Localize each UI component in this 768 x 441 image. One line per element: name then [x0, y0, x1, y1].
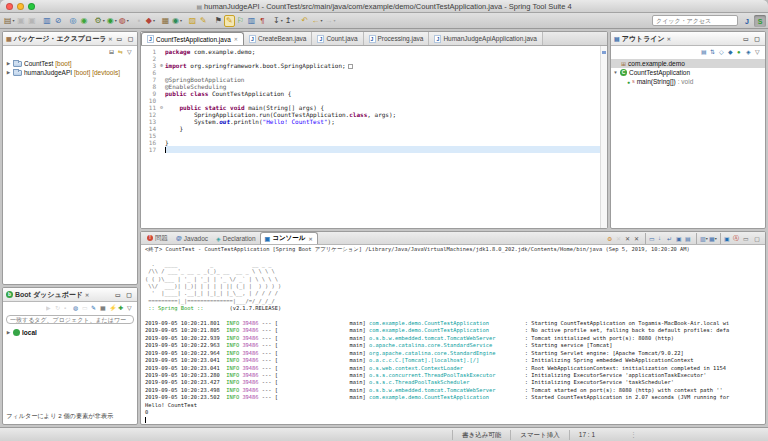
coverage-icon[interactable]: ◍▾: [118, 15, 130, 27]
fold-expand-icon[interactable]: ⊕: [158, 62, 165, 69]
open-config-icon[interactable]: ✎: [91, 304, 99, 311]
code-line-16[interactable]: 16}: [141, 139, 600, 146]
code-line-7[interactable]: 7@SpringBootApplication: [141, 76, 600, 83]
outline-item-main(String[])[interactable]: ●Smain(String[]) : void: [611, 77, 765, 86]
code-line-14[interactable]: 14 }: [141, 125, 600, 132]
skip-all-breakpoints-icon[interactable]: ⊘: [53, 15, 64, 27]
console-tab-Declaration[interactable]: ◈Declaration: [212, 232, 260, 244]
previous-annotation-icon[interactable]: ↥▾: [284, 15, 296, 27]
launch-config-icon[interactable]: ⚙: [607, 235, 615, 242]
quick-fix-icon[interactable]: ✎: [198, 15, 209, 27]
editor-tab-CreateBean.java[interactable]: JCreateBean.java: [244, 32, 312, 45]
link-with-editor-icon[interactable]: ⇆: [118, 48, 126, 55]
outline-item-com.example.demo[interactable]: ⊞com.example.demo: [611, 59, 765, 68]
boot-target-local[interactable]: ▶local: [3, 328, 137, 337]
console-tab-コンソール[interactable]: ▣コンソール✕: [260, 232, 318, 244]
profile-icon[interactable]: ◆▾: [145, 15, 156, 27]
editor-tab-Processing.java[interactable]: JProcessing.java: [364, 32, 430, 45]
boot-dashboard-header[interactable]: b Boot ダッシュボード ✕ ▭ ▢: [3, 288, 137, 302]
code-editor[interactable]: 1package com.example.demo;23⊕import org.…: [141, 46, 607, 228]
console-output[interactable]: <終了> CountTest - CountTestApplication [S…: [141, 245, 765, 424]
editor-tab-CountTestApplication.java[interactable]: JCountTestApplication.java✕: [141, 32, 244, 45]
annotation-marker[interactable]: [602, 51, 606, 54]
show-when-stdout-changes-icon[interactable]: ▣: [724, 235, 732, 242]
code-line-11[interactable]: 11⊖ public static void main(String[] arg…: [141, 104, 600, 111]
new-class-icon[interactable]: ◉▾: [171, 15, 183, 27]
next-annotation-icon[interactable]: ↧▾: [272, 15, 284, 27]
code-line-2[interactable]: 2: [141, 55, 600, 62]
perspective-java-icon[interactable]: J: [741, 15, 753, 27]
code-line-3[interactable]: 3⊕import org.springframework.boot.Spring…: [141, 62, 600, 69]
maximize-window-icon[interactable]: [28, 3, 35, 10]
editor-tab-Count.java[interactable]: JCount.java: [312, 32, 363, 45]
view-menu-icon[interactable]: ▽: [127, 48, 135, 55]
perspective-spring-icon[interactable]: S: [754, 15, 766, 27]
close-window-icon[interactable]: [6, 3, 13, 10]
open-task-icon[interactable]: ⚐: [235, 15, 246, 27]
new-java-project-icon[interactable]: ▦: [160, 15, 171, 27]
scroll-lock-icon[interactable]: ↓: [658, 235, 666, 241]
folded-region-icon[interactable]: [348, 64, 353, 69]
overview-ruler[interactable]: [600, 46, 607, 228]
filter-icon[interactable]: ⚡: [109, 304, 117, 311]
editor-tab-HumanJudgeApiApplication.java[interactable]: JHumanJudgeApiApplication.java: [429, 32, 543, 45]
remove-launch-icon[interactable]: ✕: [625, 235, 633, 242]
console-tab-問題[interactable]: !問題: [143, 232, 172, 244]
project-item-humanJudgeAPI[interactable]: ▶humanJudgeAPI [boot] [devtools]: [3, 68, 137, 77]
open-console-icon[interactable]: ▦▾: [709, 235, 717, 242]
close-tab-icon[interactable]: ✕: [234, 36, 238, 42]
collapse-all-icon[interactable]: ⊟: [109, 48, 117, 55]
code-line-15[interactable]: 15: [141, 132, 600, 139]
code-line-17[interactable]: 17: [141, 146, 600, 153]
open-resource-icon[interactable]: ▨: [187, 15, 198, 27]
show-whitespace-icon[interactable]: ¶: [257, 15, 268, 27]
code-line-13[interactable]: 13 System.out.println("Hello! CountTest"…: [141, 118, 600, 125]
open-console-icon[interactable]: ▥: [42, 15, 53, 27]
code-line-6[interactable]: 6: [141, 69, 600, 76]
build-automatically-icon[interactable]: ▥: [246, 15, 257, 27]
close-view-icon[interactable]: ✕: [85, 292, 89, 298]
spring-tools-icon[interactable]: ◉: [79, 15, 90, 27]
view-menu-icon[interactable]: ▽: [127, 304, 135, 311]
code-line-8[interactable]: 8@EnableScheduling: [141, 83, 600, 90]
boot-dashboard-icon[interactable]: ◎: [68, 15, 79, 27]
run-icon[interactable]: ◉▾: [106, 15, 118, 27]
code-line-9[interactable]: 9public class CountTestApplication {: [141, 90, 600, 97]
add-icon[interactable]: ✚: [118, 304, 126, 311]
show-standard-out-icon[interactable]: ▤: [685, 235, 693, 242]
back-icon[interactable]: ←▾: [310, 15, 323, 27]
mark-occurrences-icon[interactable]: ✎: [224, 15, 235, 27]
ansi-console-icon[interactable]: Ⓐ: [733, 234, 741, 243]
debug-icon[interactable]: ⚙▾: [94, 15, 106, 27]
pin-console-icon[interactable]: ▣: [676, 235, 684, 242]
hide-local-types-icon[interactable]: ◈: [746, 48, 754, 55]
view-menu-icon[interactable]: ▽: [755, 48, 763, 55]
clear-console-icon[interactable]: ▭: [649, 235, 657, 242]
close-view-icon[interactable]: ✕: [667, 36, 671, 42]
code-line-1[interactable]: 1package com.example.demo;: [141, 48, 600, 55]
boot-filter-input[interactable]: [6, 315, 134, 324]
open-web-browser-icon[interactable]: ◍: [73, 304, 81, 311]
package-explorer-header[interactable]: ▦ パッケージ・エクスプローラ ✕ ▭ ▢: [3, 32, 137, 46]
code-line-12[interactable]: 12 SpringApplication.run(CountTestApplic…: [141, 111, 600, 118]
word-wrap-icon[interactable]: ↵: [667, 235, 675, 242]
project-item-CountTest[interactable]: ▶CountTest [boot]: [3, 59, 137, 68]
quick-access-input[interactable]: [652, 15, 738, 26]
minimize-maximize-icons[interactable]: ▭ ▢: [117, 35, 136, 42]
outline-header[interactable]: ▤ アウトライン ✕ ▭ ▢: [611, 32, 765, 46]
console-tab-Javadoc[interactable]: @Javadoc: [172, 232, 212, 244]
close-tab-icon[interactable]: ✕: [308, 236, 312, 242]
fold-collapse-icon[interactable]: ⊖: [158, 104, 165, 111]
hide-static-members-icon[interactable]: ◆: [728, 48, 736, 55]
minimize-maximize-icons[interactable]: ▭ ▢: [115, 291, 134, 298]
minimize-window-icon[interactable]: [17, 3, 24, 10]
last-edit-location-icon[interactable]: ↶: [299, 15, 310, 27]
new-icon[interactable]: ▤▾: [3, 15, 16, 27]
search-icon[interactable]: ⚑: [213, 15, 224, 27]
minimize-maximize-icons[interactable]: ▭ ▢: [743, 35, 762, 42]
remove-all-terminated-icon[interactable]: ✕: [634, 235, 642, 242]
hide-non-public-icon[interactable]: ●: [737, 49, 745, 55]
close-view-icon[interactable]: ✕: [108, 36, 112, 42]
expand-all-icon[interactable]: ▤: [701, 48, 709, 55]
minimize-maximize-icons[interactable]: ▭ ▢: [743, 235, 765, 242]
